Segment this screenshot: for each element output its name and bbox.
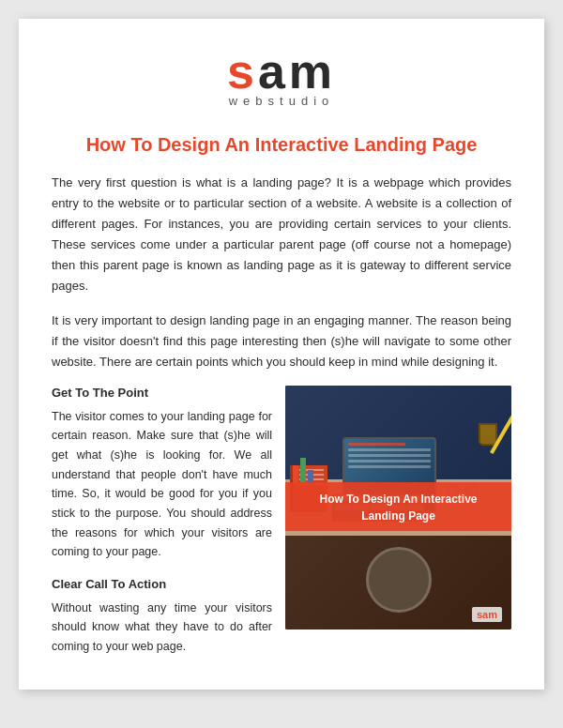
section2-heading: Clear Call To Action (52, 577, 272, 591)
logo-area: sam webstudio (52, 47, 511, 108)
article-image: How To Design An Interactive Landing Pag… (285, 386, 511, 629)
screen-line-1 (348, 443, 406, 446)
page-container: sam webstudio How To Design An Interacti… (19, 19, 544, 690)
img-person-silhouette (366, 547, 432, 613)
logo-tagline: webstudio (229, 94, 335, 108)
screen-content (344, 439, 434, 475)
img-chart (293, 451, 319, 484)
chart-bar-2 (300, 458, 306, 484)
article-title: How To Design An Interactive Landing Pag… (52, 134, 511, 156)
logo-brand: sam (227, 47, 336, 96)
screen-line-3 (348, 454, 431, 457)
img-sam-badge: sam (472, 607, 502, 622)
img-overlay-text: How To Design An Interactive Landing Pag… (319, 493, 477, 523)
right-column: How To Design An Interactive Landing Pag… (285, 386, 511, 657)
screen-line-5 (348, 465, 431, 468)
logo-s: s (227, 44, 258, 99)
left-column: Get To The Point The visitor comes to yo… (52, 386, 272, 657)
section2-text: Without wasting any time your visitors s… (52, 599, 272, 657)
section1-text: The visitor comes to your landing page f… (52, 407, 272, 562)
two-column-layout: Get To The Point The visitor comes to yo… (52, 386, 511, 657)
img-title-overlay: How To Design An Interactive Landing Pag… (285, 482, 511, 531)
intro-paragraph-1: The very first question is what is a lan… (52, 173, 511, 297)
screen-line-2 (348, 448, 431, 451)
intro-paragraph-2: It is very important to design landing p… (52, 311, 511, 372)
chart-bar-1 (293, 465, 298, 484)
section1-heading: Get To The Point (52, 386, 272, 400)
screen-line-4 (348, 460, 431, 463)
logo-am: am (258, 44, 336, 99)
